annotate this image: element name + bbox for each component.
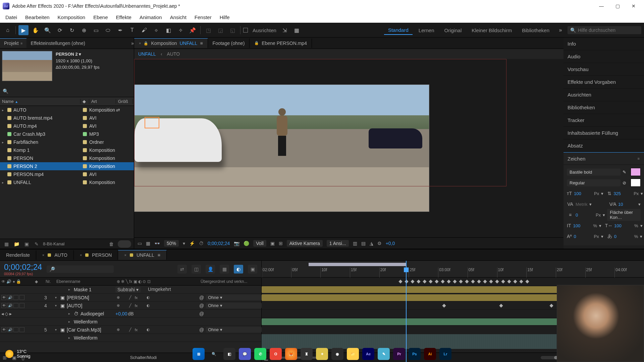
close-icon[interactable]: × [42,253,44,257]
bit-depth[interactable]: 8-Bit-Kanal [43,241,64,246]
panel-audio[interactable]: Audio [564,50,644,63]
ws-lernen[interactable]: Lernen [415,26,438,35]
panel-paragraph[interactable]: Absatz [564,139,644,152]
fast-draft-icon[interactable]: ▤ [361,241,366,246]
item-label-swatch[interactable] [83,140,87,144]
ws-standard[interactable]: Standard [384,26,413,35]
fx-switch[interactable]: fx [133,327,139,333]
grid-icon[interactable]: ⊞ [279,241,283,246]
keyframe-icon[interactable] [477,280,481,283]
xscale-value[interactable]: 100 [614,223,632,228]
no-fill-icon[interactable]: ⊘ [623,180,629,185]
keyframe-icon[interactable] [465,280,469,283]
transparency-grid-icon[interactable]: ▦ [146,241,150,246]
baseline-value[interactable]: 0 [574,234,592,239]
cti-head-icon[interactable] [404,267,409,272]
solo-toggle[interactable] [13,303,18,308]
panel-menu-icon[interactable]: ≡ [638,157,640,161]
pickwhip-icon[interactable]: @ [199,327,204,333]
layer-row[interactable]: 👁🔊5▾▣[Car Crash.Mp3]⊕╱fx◐@Ohne ▾ [0,326,261,334]
draft3d-icon[interactable]: ◫ [192,265,201,274]
rect-tool[interactable]: ▭ [91,25,101,35]
axis-world-icon[interactable]: ◲ [215,25,225,35]
project-item[interactable]: PERSON 2Komposition [0,162,134,170]
keyframe-icon[interactable] [459,280,463,283]
menu-animation[interactable]: Animation [136,13,165,21]
keyframe-icon[interactable] [423,280,426,283]
keyframe-icon[interactable] [519,280,523,283]
anchor-tool[interactable]: ⊕ [79,25,89,35]
motionblur-switch[interactable]: ◐ [146,295,151,300]
keyframe-icon[interactable] [499,304,503,307]
tab-unfall[interactable]: × UNFALL ≡ [118,250,167,260]
renderer-icon[interactable]: ⚙ [377,241,382,246]
eyedropper-icon[interactable]: ✎ [623,170,629,175]
keyframe-icon[interactable] [501,280,505,283]
leading-value[interactable]: 325 [613,191,632,196]
taskbar-weather[interactable]: 13°CSonnig [5,349,30,359]
panel-character[interactable]: Zeichen≡ [564,152,644,165]
zoom-dropdown[interactable]: 50% [164,240,179,247]
lock-icon[interactable]: 🔒 [144,41,148,46]
time-ruler[interactable]: 02:00f05f10f15f20f25f03:00f05f10f15f20f2… [262,261,644,278]
project-item[interactable]: Car Crash.Mp3MP3 [0,130,134,138]
project-item[interactable]: AUTO bremst.mp4AVI [0,114,134,122]
app-icon[interactable]: ♜ [301,348,313,360]
twirl-icon[interactable]: ▾ [55,304,58,307]
graph-editor-icon[interactable]: ▣ [248,265,257,274]
menu-ebene[interactable]: Ebene [90,13,111,21]
stroke-position-dropdown[interactable]: Fläche über Kon… [607,209,641,221]
twirl-icon[interactable]: ▾ [55,328,58,331]
project-item[interactable]: ▸FarbflächenOrdner [0,138,134,146]
tab-auto[interactable]: × AUTO [36,250,74,260]
menu-komposition[interactable]: Komposition [54,13,89,21]
project-search[interactable]: 🔍 [0,86,134,97]
ws-original[interactable]: Original [440,26,466,35]
shy-switch[interactable]: ⊕ [115,303,121,308]
close-icon[interactable]: × [139,41,141,45]
item-label-swatch[interactable] [83,156,87,160]
parent-dropdown[interactable]: Ohne ▾ [206,303,262,308]
keyframe-icon[interactable] [398,280,402,283]
whatsapp-icon[interactable]: ✆ [254,348,266,360]
stopwatch-icon[interactable]: ⏱ [74,311,78,316]
pix-aspect-icon[interactable]: ▥ [353,241,357,246]
panel-align[interactable]: Ausrichten [564,88,644,101]
item-label-swatch[interactable] [83,180,87,184]
panel-tracker[interactable]: Tracker [564,114,644,127]
audio-toggle[interactable]: 🔊 [7,303,12,308]
layer-row[interactable]: ▸Wellenform [0,334,261,342]
audio-toggle[interactable]: 🔊 [7,295,12,300]
layer-row[interactable]: ▸Maske 1Subtrahi ▾Umgekehrt [0,286,261,294]
motionblur-switch[interactable]: ◐ [146,303,151,308]
resolution-icon[interactable]: ▾ [183,241,185,246]
item-label-swatch[interactable] [83,124,87,128]
video-toggle[interactable]: 👁 [1,303,6,308]
keyframe-icon[interactable] [453,280,457,283]
panel-contentfill[interactable]: Inhaltsbasierte Füllung [564,127,644,139]
menu-effekte[interactable]: Effekte [113,13,135,21]
track-row[interactable] [262,278,644,286]
ellipse-tool[interactable]: ⬭ [103,25,113,35]
ws-bibliotheken[interactable]: Bibliotheken [518,26,553,35]
panel-overflow-icon[interactable]: » [131,41,134,46]
asset-thumbnail[interactable] [2,51,52,81]
axis-view-icon[interactable]: ◱ [227,25,237,35]
prop-value[interactable]: +0,00 [115,311,127,316]
keyframe-icon[interactable] [507,280,511,283]
font-style-dropdown[interactable]: Regular [567,179,621,186]
menu-ansicht[interactable]: Ansicht [167,13,190,21]
snap-checkbox[interactable] [243,28,248,33]
camera-dropdown[interactable]: Aktive Kamera [287,240,323,247]
new-comp-icon[interactable]: ▣ [23,240,30,248]
lightroom-icon[interactable]: Lr [439,348,451,360]
project-item[interactable]: ▸UNFALLKomposition [0,178,134,186]
interpret-footage-icon[interactable]: ▦ [3,240,10,248]
quality-switch[interactable]: ╱ [127,295,133,300]
kerning-value[interactable]: Metrik [576,202,587,207]
keyframe-icon[interactable] [471,280,475,283]
close-icon[interactable]: × [124,253,126,257]
menu-datei[interactable]: Datei [2,13,20,21]
keyframe-icon[interactable] [525,280,529,283]
photoshop-icon[interactable]: Ps [409,348,421,360]
